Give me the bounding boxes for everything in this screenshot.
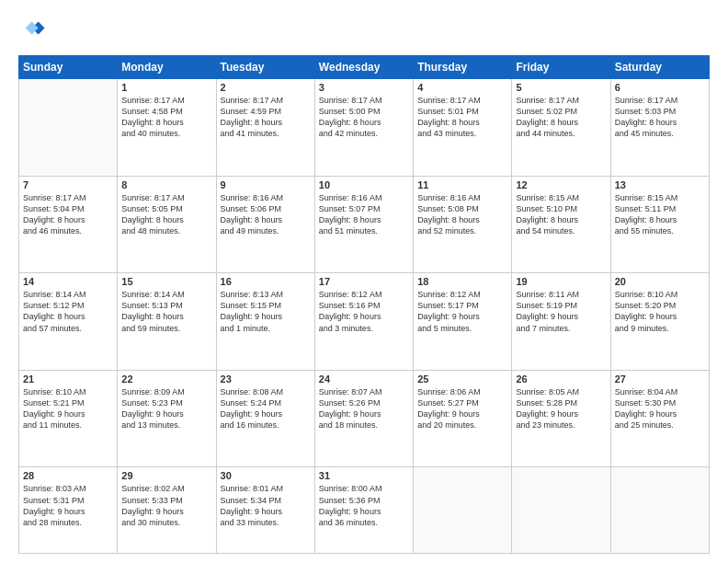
calendar-cell: 7Sunrise: 8:17 AM Sunset: 5:04 PM Daylig… <box>19 176 118 273</box>
day-number: 28 <box>23 470 113 481</box>
day-info: Sunrise: 8:04 AM Sunset: 5:30 PM Dayligh… <box>615 386 705 431</box>
day-info: Sunrise: 8:17 AM Sunset: 5:00 PM Dayligh… <box>319 95 409 140</box>
calendar-cell: 5Sunrise: 8:17 AM Sunset: 5:02 PM Daylig… <box>512 79 610 177</box>
calendar-cell: 15Sunrise: 8:14 AM Sunset: 5:13 PM Dayli… <box>118 273 216 371</box>
calendar-week-row: 14Sunrise: 8:14 AM Sunset: 5:12 PM Dayli… <box>19 273 710 371</box>
day-number: 29 <box>121 470 211 481</box>
day-number: 22 <box>121 373 211 385</box>
calendar-cell <box>414 467 512 554</box>
day-number: 18 <box>417 276 507 287</box>
day-info: Sunrise: 8:11 AM Sunset: 5:19 PM Dayligh… <box>516 289 606 334</box>
calendar-cell: 26Sunrise: 8:05 AM Sunset: 5:28 PM Dayli… <box>512 370 610 467</box>
day-number: 30 <box>221 470 311 481</box>
day-info: Sunrise: 8:15 AM Sunset: 5:10 PM Dayligh… <box>516 192 606 237</box>
calendar-cell: 8Sunrise: 8:17 AM Sunset: 5:05 PM Daylig… <box>118 176 216 273</box>
day-number: 1 <box>121 82 211 93</box>
calendar-week-row: 21Sunrise: 8:10 AM Sunset: 5:21 PM Dayli… <box>19 370 710 467</box>
day-info: Sunrise: 8:12 AM Sunset: 5:16 PM Dayligh… <box>319 289 409 334</box>
calendar-cell: 4Sunrise: 8:17 AM Sunset: 5:01 PM Daylig… <box>414 79 512 177</box>
day-info: Sunrise: 8:10 AM Sunset: 5:20 PM Dayligh… <box>615 289 705 334</box>
calendar-header-friday: Friday <box>512 56 610 79</box>
calendar-header-row: SundayMondayTuesdayWednesdayThursdayFrid… <box>19 56 710 79</box>
day-number: 19 <box>516 276 606 287</box>
calendar-cell: 21Sunrise: 8:10 AM Sunset: 5:21 PM Dayli… <box>19 370 118 467</box>
day-info: Sunrise: 8:08 AM Sunset: 5:24 PM Dayligh… <box>221 386 311 431</box>
day-number: 21 <box>23 373 113 385</box>
calendar-cell: 10Sunrise: 8:16 AM Sunset: 5:07 PM Dayli… <box>314 176 413 273</box>
day-number: 13 <box>615 179 705 190</box>
calendar-week-row: 7Sunrise: 8:17 AM Sunset: 5:04 PM Daylig… <box>19 176 710 273</box>
day-info: Sunrise: 8:03 AM Sunset: 5:31 PM Dayligh… <box>23 483 113 528</box>
calendar-cell: 17Sunrise: 8:12 AM Sunset: 5:16 PM Dayli… <box>314 273 413 371</box>
calendar-cell: 28Sunrise: 8:03 AM Sunset: 5:31 PM Dayli… <box>19 467 118 554</box>
calendar-cell: 1Sunrise: 8:17 AM Sunset: 4:58 PM Daylig… <box>118 79 216 177</box>
calendar-header-wednesday: Wednesday <box>314 56 413 79</box>
day-info: Sunrise: 8:17 AM Sunset: 4:58 PM Dayligh… <box>121 95 211 140</box>
day-info: Sunrise: 8:06 AM Sunset: 5:27 PM Dayligh… <box>417 386 507 431</box>
day-number: 14 <box>23 276 113 287</box>
day-info: Sunrise: 8:00 AM Sunset: 5:36 PM Dayligh… <box>319 483 409 528</box>
calendar-cell: 27Sunrise: 8:04 AM Sunset: 5:30 PM Dayli… <box>610 370 709 467</box>
day-number: 27 <box>615 373 705 385</box>
day-number: 4 <box>417 82 507 93</box>
calendar-cell: 19Sunrise: 8:11 AM Sunset: 5:19 PM Dayli… <box>512 273 610 371</box>
day-number: 20 <box>615 276 705 287</box>
calendar-header-monday: Monday <box>118 56 216 79</box>
calendar-cell: 18Sunrise: 8:12 AM Sunset: 5:17 PM Dayli… <box>414 273 512 371</box>
calendar-cell: 25Sunrise: 8:06 AM Sunset: 5:27 PM Dayli… <box>414 370 512 467</box>
calendar-cell: 30Sunrise: 8:01 AM Sunset: 5:34 PM Dayli… <box>216 467 314 554</box>
logo-icon <box>20 17 46 42</box>
day-number: 16 <box>221 276 311 287</box>
calendar-cell: 22Sunrise: 8:09 AM Sunset: 5:23 PM Dayli… <box>118 370 216 467</box>
day-info: Sunrise: 8:12 AM Sunset: 5:17 PM Dayligh… <box>417 289 507 334</box>
calendar-table: SundayMondayTuesdayWednesdayThursdayFrid… <box>18 55 710 554</box>
day-info: Sunrise: 8:17 AM Sunset: 5:03 PM Dayligh… <box>615 95 705 140</box>
day-number: 31 <box>319 470 409 481</box>
calendar-header-saturday: Saturday <box>610 56 709 79</box>
calendar-cell: 31Sunrise: 8:00 AM Sunset: 5:36 PM Dayli… <box>314 467 413 554</box>
day-info: Sunrise: 8:16 AM Sunset: 5:08 PM Dayligh… <box>417 192 507 237</box>
calendar-cell <box>19 79 118 177</box>
calendar-cell: 14Sunrise: 8:14 AM Sunset: 5:12 PM Dayli… <box>19 273 118 371</box>
day-info: Sunrise: 8:17 AM Sunset: 5:05 PM Dayligh… <box>121 192 211 237</box>
calendar-cell <box>610 467 709 554</box>
day-info: Sunrise: 8:02 AM Sunset: 5:33 PM Dayligh… <box>121 483 211 528</box>
day-info: Sunrise: 8:05 AM Sunset: 5:28 PM Dayligh… <box>516 386 606 431</box>
day-info: Sunrise: 8:01 AM Sunset: 5:34 PM Dayligh… <box>221 483 311 528</box>
day-number: 2 <box>221 82 311 93</box>
day-info: Sunrise: 8:14 AM Sunset: 5:12 PM Dayligh… <box>23 289 113 334</box>
day-number: 24 <box>319 373 409 385</box>
day-number: 5 <box>516 82 606 93</box>
day-number: 15 <box>121 276 211 287</box>
day-number: 8 <box>121 179 211 190</box>
calendar-header-thursday: Thursday <box>414 56 512 79</box>
logo <box>18 17 48 46</box>
day-number: 10 <box>319 179 409 190</box>
header <box>18 17 710 46</box>
calendar-cell: 24Sunrise: 8:07 AM Sunset: 5:26 PM Dayli… <box>314 370 413 467</box>
calendar-cell: 3Sunrise: 8:17 AM Sunset: 5:00 PM Daylig… <box>314 79 413 177</box>
day-info: Sunrise: 8:10 AM Sunset: 5:21 PM Dayligh… <box>23 386 113 431</box>
day-number: 6 <box>615 82 705 93</box>
calendar-cell: 13Sunrise: 8:15 AM Sunset: 5:11 PM Dayli… <box>610 176 709 273</box>
calendar-header-sunday: Sunday <box>19 56 118 79</box>
day-info: Sunrise: 8:15 AM Sunset: 5:11 PM Dayligh… <box>615 192 705 237</box>
day-info: Sunrise: 8:17 AM Sunset: 5:02 PM Dayligh… <box>516 95 606 140</box>
calendar-cell: 6Sunrise: 8:17 AM Sunset: 5:03 PM Daylig… <box>610 79 709 177</box>
day-number: 11 <box>417 179 507 190</box>
day-number: 3 <box>319 82 409 93</box>
day-number: 25 <box>417 373 507 385</box>
day-info: Sunrise: 8:13 AM Sunset: 5:15 PM Dayligh… <box>221 289 311 334</box>
day-info: Sunrise: 8:09 AM Sunset: 5:23 PM Dayligh… <box>121 386 211 431</box>
calendar-cell: 12Sunrise: 8:15 AM Sunset: 5:10 PM Dayli… <box>512 176 610 273</box>
calendar-cell: 23Sunrise: 8:08 AM Sunset: 5:24 PM Dayli… <box>216 370 314 467</box>
page: SundayMondayTuesdayWednesdayThursdayFrid… <box>0 0 728 563</box>
day-info: Sunrise: 8:17 AM Sunset: 4:59 PM Dayligh… <box>221 95 311 140</box>
calendar-cell <box>512 467 610 554</box>
day-number: 26 <box>516 373 606 385</box>
day-info: Sunrise: 8:17 AM Sunset: 5:04 PM Dayligh… <box>23 192 113 237</box>
day-info: Sunrise: 8:14 AM Sunset: 5:13 PM Dayligh… <box>121 289 211 334</box>
day-info: Sunrise: 8:16 AM Sunset: 5:07 PM Dayligh… <box>319 192 409 237</box>
day-info: Sunrise: 8:16 AM Sunset: 5:06 PM Dayligh… <box>221 192 311 237</box>
day-number: 23 <box>221 373 311 385</box>
